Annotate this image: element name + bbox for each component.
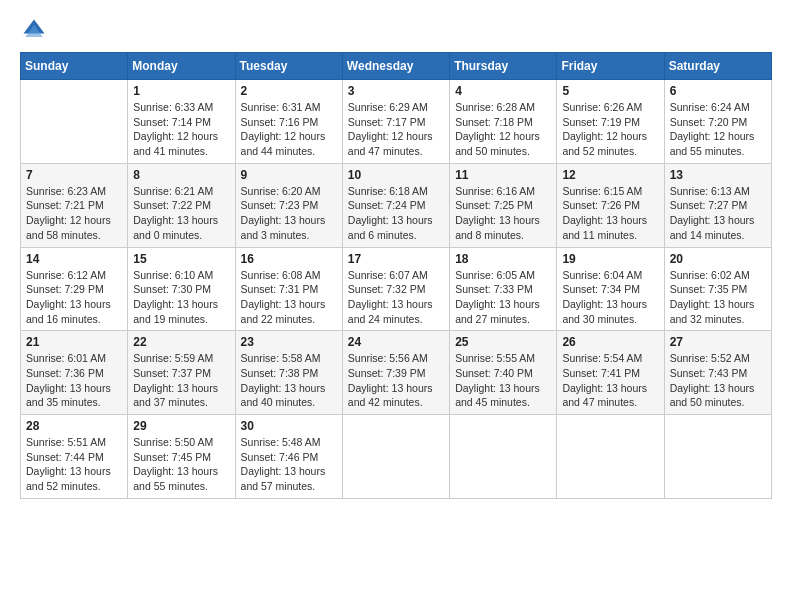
calendar-cell: 15Sunrise: 6:10 AMSunset: 7:30 PMDayligh… bbox=[128, 247, 235, 331]
calendar-cell: 16Sunrise: 6:08 AMSunset: 7:31 PMDayligh… bbox=[235, 247, 342, 331]
day-number: 3 bbox=[348, 84, 444, 98]
day-info: Sunrise: 5:50 AMSunset: 7:45 PMDaylight:… bbox=[133, 435, 229, 494]
day-number: 25 bbox=[455, 335, 551, 349]
calendar-cell: 10Sunrise: 6:18 AMSunset: 7:24 PMDayligh… bbox=[342, 163, 449, 247]
day-info: Sunrise: 5:55 AMSunset: 7:40 PMDaylight:… bbox=[455, 351, 551, 410]
calendar-cell: 28Sunrise: 5:51 AMSunset: 7:44 PMDayligh… bbox=[21, 415, 128, 499]
week-row-1: 1Sunrise: 6:33 AMSunset: 7:14 PMDaylight… bbox=[21, 80, 772, 164]
calendar-cell bbox=[557, 415, 664, 499]
day-info: Sunrise: 6:24 AMSunset: 7:20 PMDaylight:… bbox=[670, 100, 766, 159]
calendar-cell: 19Sunrise: 6:04 AMSunset: 7:34 PMDayligh… bbox=[557, 247, 664, 331]
day-info: Sunrise: 5:52 AMSunset: 7:43 PMDaylight:… bbox=[670, 351, 766, 410]
day-number: 4 bbox=[455, 84, 551, 98]
calendar-cell: 8Sunrise: 6:21 AMSunset: 7:22 PMDaylight… bbox=[128, 163, 235, 247]
week-row-4: 21Sunrise: 6:01 AMSunset: 7:36 PMDayligh… bbox=[21, 331, 772, 415]
calendar-cell: 13Sunrise: 6:13 AMSunset: 7:27 PMDayligh… bbox=[664, 163, 771, 247]
day-number: 13 bbox=[670, 168, 766, 182]
calendar-cell: 7Sunrise: 6:23 AMSunset: 7:21 PMDaylight… bbox=[21, 163, 128, 247]
day-info: Sunrise: 6:33 AMSunset: 7:14 PMDaylight:… bbox=[133, 100, 229, 159]
day-number: 27 bbox=[670, 335, 766, 349]
calendar-cell: 3Sunrise: 6:29 AMSunset: 7:17 PMDaylight… bbox=[342, 80, 449, 164]
calendar-cell: 18Sunrise: 6:05 AMSunset: 7:33 PMDayligh… bbox=[450, 247, 557, 331]
calendar-cell: 25Sunrise: 5:55 AMSunset: 7:40 PMDayligh… bbox=[450, 331, 557, 415]
calendar-cell: 22Sunrise: 5:59 AMSunset: 7:37 PMDayligh… bbox=[128, 331, 235, 415]
weekday-header-thursday: Thursday bbox=[450, 53, 557, 80]
day-number: 7 bbox=[26, 168, 122, 182]
day-info: Sunrise: 6:10 AMSunset: 7:30 PMDaylight:… bbox=[133, 268, 229, 327]
calendar-cell: 29Sunrise: 5:50 AMSunset: 7:45 PMDayligh… bbox=[128, 415, 235, 499]
day-info: Sunrise: 6:04 AMSunset: 7:34 PMDaylight:… bbox=[562, 268, 658, 327]
day-number: 30 bbox=[241, 419, 337, 433]
weekday-header-monday: Monday bbox=[128, 53, 235, 80]
day-info: Sunrise: 6:12 AMSunset: 7:29 PMDaylight:… bbox=[26, 268, 122, 327]
calendar-cell: 5Sunrise: 6:26 AMSunset: 7:19 PMDaylight… bbox=[557, 80, 664, 164]
day-info: Sunrise: 6:28 AMSunset: 7:18 PMDaylight:… bbox=[455, 100, 551, 159]
day-number: 22 bbox=[133, 335, 229, 349]
weekday-header-row: SundayMondayTuesdayWednesdayThursdayFrid… bbox=[21, 53, 772, 80]
calendar-cell: 26Sunrise: 5:54 AMSunset: 7:41 PMDayligh… bbox=[557, 331, 664, 415]
weekday-header-friday: Friday bbox=[557, 53, 664, 80]
day-number: 9 bbox=[241, 168, 337, 182]
day-info: Sunrise: 5:54 AMSunset: 7:41 PMDaylight:… bbox=[562, 351, 658, 410]
day-info: Sunrise: 6:16 AMSunset: 7:25 PMDaylight:… bbox=[455, 184, 551, 243]
week-row-3: 14Sunrise: 6:12 AMSunset: 7:29 PMDayligh… bbox=[21, 247, 772, 331]
day-number: 16 bbox=[241, 252, 337, 266]
weekday-header-wednesday: Wednesday bbox=[342, 53, 449, 80]
calendar-cell: 2Sunrise: 6:31 AMSunset: 7:16 PMDaylight… bbox=[235, 80, 342, 164]
day-number: 6 bbox=[670, 84, 766, 98]
day-number: 1 bbox=[133, 84, 229, 98]
day-number: 14 bbox=[26, 252, 122, 266]
calendar-cell: 6Sunrise: 6:24 AMSunset: 7:20 PMDaylight… bbox=[664, 80, 771, 164]
day-info: Sunrise: 6:20 AMSunset: 7:23 PMDaylight:… bbox=[241, 184, 337, 243]
calendar-cell bbox=[450, 415, 557, 499]
day-number: 18 bbox=[455, 252, 551, 266]
day-info: Sunrise: 5:59 AMSunset: 7:37 PMDaylight:… bbox=[133, 351, 229, 410]
day-info: Sunrise: 6:13 AMSunset: 7:27 PMDaylight:… bbox=[670, 184, 766, 243]
calendar-cell: 12Sunrise: 6:15 AMSunset: 7:26 PMDayligh… bbox=[557, 163, 664, 247]
calendar-cell: 21Sunrise: 6:01 AMSunset: 7:36 PMDayligh… bbox=[21, 331, 128, 415]
calendar-cell: 14Sunrise: 6:12 AMSunset: 7:29 PMDayligh… bbox=[21, 247, 128, 331]
day-info: Sunrise: 6:29 AMSunset: 7:17 PMDaylight:… bbox=[348, 100, 444, 159]
day-info: Sunrise: 6:23 AMSunset: 7:21 PMDaylight:… bbox=[26, 184, 122, 243]
calendar-cell: 17Sunrise: 6:07 AMSunset: 7:32 PMDayligh… bbox=[342, 247, 449, 331]
day-info: Sunrise: 5:56 AMSunset: 7:39 PMDaylight:… bbox=[348, 351, 444, 410]
day-number: 5 bbox=[562, 84, 658, 98]
day-info: Sunrise: 5:58 AMSunset: 7:38 PMDaylight:… bbox=[241, 351, 337, 410]
header bbox=[20, 16, 772, 44]
day-number: 24 bbox=[348, 335, 444, 349]
calendar-cell: 4Sunrise: 6:28 AMSunset: 7:18 PMDaylight… bbox=[450, 80, 557, 164]
day-info: Sunrise: 6:08 AMSunset: 7:31 PMDaylight:… bbox=[241, 268, 337, 327]
week-row-5: 28Sunrise: 5:51 AMSunset: 7:44 PMDayligh… bbox=[21, 415, 772, 499]
calendar-cell: 11Sunrise: 6:16 AMSunset: 7:25 PMDayligh… bbox=[450, 163, 557, 247]
day-info: Sunrise: 6:26 AMSunset: 7:19 PMDaylight:… bbox=[562, 100, 658, 159]
day-number: 29 bbox=[133, 419, 229, 433]
day-number: 21 bbox=[26, 335, 122, 349]
calendar-cell: 9Sunrise: 6:20 AMSunset: 7:23 PMDaylight… bbox=[235, 163, 342, 247]
day-info: Sunrise: 6:05 AMSunset: 7:33 PMDaylight:… bbox=[455, 268, 551, 327]
day-info: Sunrise: 6:01 AMSunset: 7:36 PMDaylight:… bbox=[26, 351, 122, 410]
day-number: 19 bbox=[562, 252, 658, 266]
calendar-cell bbox=[342, 415, 449, 499]
calendar-table: SundayMondayTuesdayWednesdayThursdayFrid… bbox=[20, 52, 772, 499]
day-number: 17 bbox=[348, 252, 444, 266]
day-number: 12 bbox=[562, 168, 658, 182]
day-info: Sunrise: 6:02 AMSunset: 7:35 PMDaylight:… bbox=[670, 268, 766, 327]
weekday-header-tuesday: Tuesday bbox=[235, 53, 342, 80]
day-number: 2 bbox=[241, 84, 337, 98]
day-number: 11 bbox=[455, 168, 551, 182]
day-info: Sunrise: 6:21 AMSunset: 7:22 PMDaylight:… bbox=[133, 184, 229, 243]
calendar-cell: 20Sunrise: 6:02 AMSunset: 7:35 PMDayligh… bbox=[664, 247, 771, 331]
day-number: 15 bbox=[133, 252, 229, 266]
day-number: 8 bbox=[133, 168, 229, 182]
calendar-cell: 24Sunrise: 5:56 AMSunset: 7:39 PMDayligh… bbox=[342, 331, 449, 415]
logo bbox=[20, 16, 52, 44]
day-info: Sunrise: 5:51 AMSunset: 7:44 PMDaylight:… bbox=[26, 435, 122, 494]
day-number: 20 bbox=[670, 252, 766, 266]
day-number: 23 bbox=[241, 335, 337, 349]
weekday-header-saturday: Saturday bbox=[664, 53, 771, 80]
weekday-header-sunday: Sunday bbox=[21, 53, 128, 80]
day-number: 28 bbox=[26, 419, 122, 433]
day-info: Sunrise: 5:48 AMSunset: 7:46 PMDaylight:… bbox=[241, 435, 337, 494]
calendar-cell: 23Sunrise: 5:58 AMSunset: 7:38 PMDayligh… bbox=[235, 331, 342, 415]
week-row-2: 7Sunrise: 6:23 AMSunset: 7:21 PMDaylight… bbox=[21, 163, 772, 247]
